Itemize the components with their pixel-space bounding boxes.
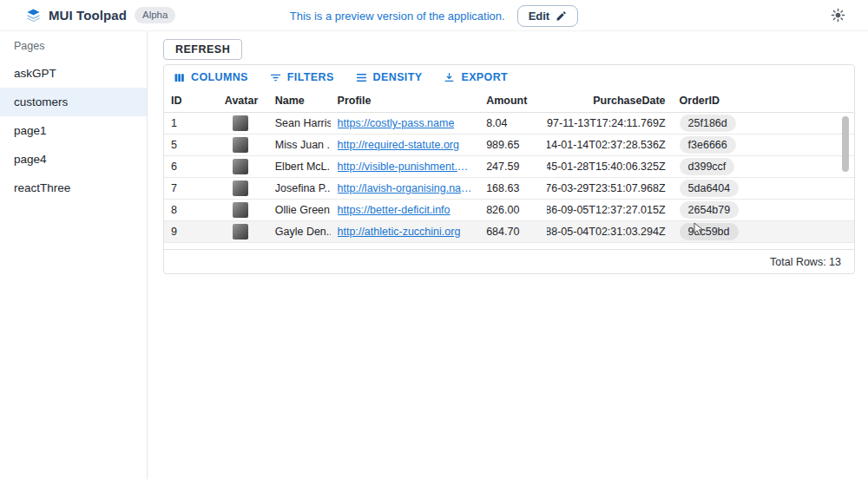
cell-profile: http://athletic-zucchini.org bbox=[331, 221, 480, 243]
cell-name: Gayle Den... bbox=[268, 221, 331, 243]
cell-profile: http://lavish-organising.name bbox=[331, 178, 480, 200]
toolbar-button-label: DENSITY bbox=[373, 71, 423, 83]
density-button[interactable]: DENSITY bbox=[355, 71, 423, 84]
grid-footer: Total Rows: 13 bbox=[164, 249, 854, 273]
total-rows-label: Total Rows: 13 bbox=[770, 256, 841, 268]
columns-button[interactable]: COLUMNS bbox=[173, 71, 248, 84]
sidebar-item-page1[interactable]: page1 bbox=[0, 116, 147, 145]
export-button[interactable]: EXPORT bbox=[443, 71, 508, 84]
cell-orderId: 9dc59bd bbox=[673, 221, 854, 243]
cell-id: 5 bbox=[164, 135, 218, 156]
cell-avatar bbox=[218, 135, 268, 156]
columns-icon bbox=[173, 71, 186, 84]
data-grid: COLUMNSFILTERSDENSITYEXPORT IDAvatarName… bbox=[163, 64, 855, 274]
column-header-avatar[interactable]: Avatar bbox=[218, 95, 268, 107]
sidebar-item-label: reactThree bbox=[14, 181, 70, 194]
avatar-image bbox=[233, 224, 248, 240]
order-id-chip: 2654b79 bbox=[680, 201, 740, 219]
profile-link[interactable]: https://better-deficit.info bbox=[338, 204, 450, 216]
sidebar-item-customers[interactable]: customers bbox=[0, 88, 147, 116]
cell-orderId: 2654b79 bbox=[673, 200, 854, 221]
cell-name: Josefina P... bbox=[268, 178, 331, 200]
refresh-button[interactable]: REFRESH bbox=[163, 39, 242, 60]
table-row[interactable]: 7Josefina P...http://lavish-organising.n… bbox=[164, 178, 854, 200]
cell-name: Ollie Green... bbox=[268, 200, 331, 221]
avatar-image bbox=[233, 115, 248, 131]
cell-id: 9 bbox=[164, 221, 218, 243]
export-icon bbox=[443, 71, 456, 84]
cell-amount: 989.65 bbox=[479, 135, 547, 156]
sidebar-item-askGPT[interactable]: askGPT bbox=[0, 59, 147, 88]
cell-profile: http://required-statute.org bbox=[331, 135, 480, 156]
density-icon bbox=[355, 71, 368, 84]
avatar-image bbox=[233, 202, 248, 218]
column-header-amount[interactable]: Amount bbox=[479, 95, 547, 107]
main-content: REFRESH COLUMNSFILTERSDENSITYEXPORT IDAv… bbox=[148, 31, 868, 479]
profile-link[interactable]: https://costly-pass.name bbox=[338, 117, 455, 129]
column-header-profile[interactable]: Profile bbox=[331, 95, 480, 107]
table-row[interactable]: 6Elbert McL...http://visible-punishment.… bbox=[164, 156, 854, 178]
filter-icon bbox=[269, 71, 282, 84]
cell-profile: https://better-deficit.info bbox=[331, 200, 480, 221]
cell-id: 6 bbox=[164, 156, 218, 178]
column-header-name[interactable]: Name bbox=[268, 95, 331, 107]
cell-purchaseDate: 2045-01-28T15:40:06.325Z bbox=[547, 156, 673, 178]
avatar-image bbox=[233, 159, 248, 174]
order-id-chip: 9dc59bd bbox=[680, 223, 739, 240]
grid-header-row: IDAvatarNameProfileAmountPurchaseDateOrd… bbox=[164, 89, 854, 113]
cell-purchaseDate: 1997-11-13T17:24:11.769Z bbox=[547, 113, 673, 135]
cell-orderId: f3e6666 bbox=[673, 135, 854, 156]
edit-button-label: Edit bbox=[529, 10, 550, 23]
cell-orderId: 25f186d bbox=[673, 113, 854, 135]
stack-layers-icon bbox=[26, 8, 41, 23]
cell-amount: 8.04 bbox=[479, 113, 547, 135]
sidebar-item-reactThree[interactable]: reactThree bbox=[0, 174, 147, 202]
table-row[interactable]: 1Sean Harrishttps://costly-pass.name8.04… bbox=[164, 113, 854, 135]
grid-toolbar: COLUMNSFILTERSDENSITYEXPORT bbox=[164, 65, 854, 89]
alpha-badge: Alpha bbox=[135, 7, 175, 24]
cell-profile: http://visible-punishment.net bbox=[331, 156, 480, 178]
brand: MUI Toolpad Alpha bbox=[0, 7, 175, 24]
cell-name: Sean Harris bbox=[268, 113, 331, 135]
cell-avatar bbox=[218, 178, 268, 200]
cell-avatar bbox=[218, 200, 268, 221]
cell-purchaseDate: 2076-03-29T23:51:07.968Z bbox=[547, 178, 673, 200]
column-header-id[interactable]: ID bbox=[164, 95, 218, 107]
cell-amount: 684.70 bbox=[479, 221, 547, 243]
cell-orderId: 5da6404 bbox=[673, 178, 854, 200]
cell-amount: 168.63 bbox=[479, 178, 547, 200]
cell-purchaseDate: 2088-05-04T02:31:03.294Z bbox=[547, 221, 673, 243]
sidebar-item-label: customers bbox=[14, 95, 68, 108]
cell-amount: 247.59 bbox=[479, 156, 547, 178]
order-id-chip: d399ccf bbox=[680, 158, 735, 175]
filters-button[interactable]: FILTERS bbox=[269, 71, 334, 84]
profile-link[interactable]: http://required-statute.org bbox=[338, 139, 459, 151]
edit-button[interactable]: Edit bbox=[517, 5, 579, 27]
column-header-orderId[interactable]: OrderID bbox=[673, 95, 854, 107]
cell-id: 7 bbox=[164, 178, 218, 200]
profile-link[interactable]: http://lavish-organising.name bbox=[338, 182, 473, 194]
app-window: MUI Toolpad Alpha This is a preview vers… bbox=[0, 0, 868, 479]
sidebar-item-label: askGPT bbox=[14, 67, 56, 80]
cell-purchaseDate: 2086-09-05T12:37:27.015Z bbox=[547, 200, 673, 221]
pencil-icon bbox=[556, 10, 567, 22]
table-row[interactable]: 5Miss Juan ...http://required-statute.or… bbox=[164, 135, 854, 156]
preview-text: This is a preview version of the applica… bbox=[290, 10, 505, 23]
cell-avatar bbox=[218, 156, 268, 178]
table-row[interactable]: 9Gayle Den...http://athletic-zucchini.or… bbox=[164, 221, 854, 243]
toolbar-button-label: EXPORT bbox=[461, 71, 508, 83]
profile-link[interactable]: http://visible-punishment.net bbox=[338, 161, 473, 173]
sidebar-item-page4[interactable]: page4 bbox=[0, 145, 147, 174]
cell-purchaseDate: 2014-01-14T02:37:28.536Z bbox=[547, 135, 673, 156]
sidebar: Pages askGPTcustomerspage1page4reactThre… bbox=[0, 31, 148, 479]
order-id-chip: 25f186d bbox=[680, 115, 736, 132]
avatar-image bbox=[233, 137, 248, 153]
vertical-scrollbar[interactable] bbox=[842, 116, 849, 172]
cell-id: 1 bbox=[164, 113, 218, 135]
theme-toggle-button[interactable] bbox=[831, 8, 845, 23]
grid-rows-viewport: 1Sean Harrishttps://costly-pass.name8.04… bbox=[164, 113, 854, 249]
profile-link[interactable]: http://athletic-zucchini.org bbox=[338, 226, 461, 238]
sidebar-item-label: page4 bbox=[14, 153, 47, 166]
table-row[interactable]: 8Ollie Green...https://better-deficit.in… bbox=[164, 200, 854, 221]
column-header-purchaseDate[interactable]: PurchaseDate bbox=[547, 95, 673, 107]
